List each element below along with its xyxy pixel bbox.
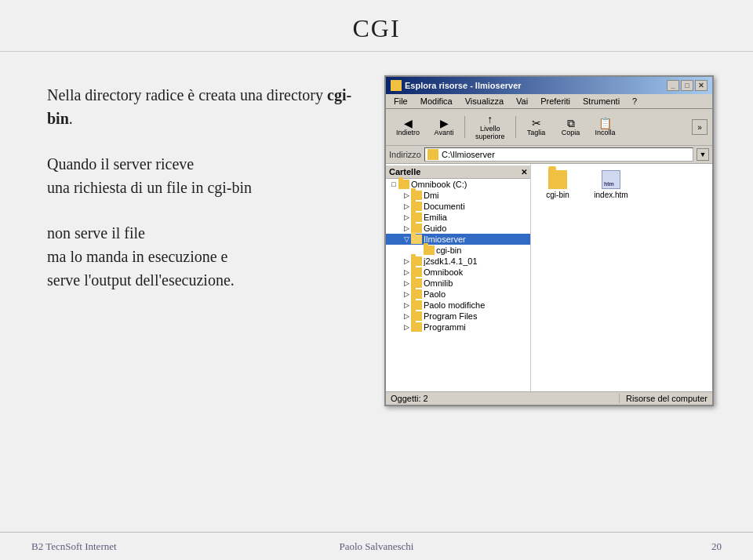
folder-file-icon (548, 170, 567, 189)
up-icon: ↑ (487, 114, 493, 125)
file-cgi-bin[interactable]: cgi-bin (534, 167, 581, 202)
expand-icon: ▷ (402, 301, 411, 309)
tree-item-documenti[interactable]: ▷ Documenti (386, 201, 530, 212)
tree-item-cgi-bin[interactable]: cgi-bin (386, 245, 530, 256)
folder-icon (398, 180, 409, 189)
window-titlebar: Esplora risorse - Ilmioserver _ □ ✕ (386, 77, 712, 94)
expand-icon: ▽ (402, 235, 411, 243)
tree-item-omnibook-drive[interactable]: □ Omnibook (C:) (386, 179, 530, 190)
expand-icon: ▷ (402, 191, 411, 199)
right-pane: cgi-bin index.htm (531, 164, 712, 391)
footer-right: 20 (492, 540, 722, 553)
toolbar-separator-2 (515, 116, 516, 138)
expand-icon: ▷ (402, 290, 411, 298)
expand-icon: □ (389, 180, 398, 188)
footer-left: B2 TecnSoft Internet (31, 540, 261, 553)
cut-button[interactable]: ✂ Taglia (521, 115, 552, 139)
footer-center: Paolo Salvaneschi (261, 540, 491, 553)
copy-button[interactable]: ⧉ Copia (555, 115, 587, 139)
screenshot-panel: Esplora risorse - Ilmioserver _ □ ✕ File… (384, 75, 714, 406)
titlebar-left: Esplora risorse - Ilmioserver (391, 80, 522, 91)
toolbar: ◀ Indietro ▶ Avanti ↑ Livello superiore … (386, 109, 712, 146)
files-container: cgi-bin index.htm (534, 167, 709, 202)
folder-open-icon (411, 235, 422, 244)
maximize-button[interactable]: □ (681, 80, 693, 91)
folder-icon (424, 245, 435, 255)
page-title: CGI (0, 14, 753, 43)
text-panel: Nella directory radice è creata una dire… (47, 75, 353, 314)
menu-preferiti[interactable]: Preferiti (537, 96, 573, 107)
expand-icon: ▷ (402, 257, 411, 265)
toolbar-more-button[interactable]: » (692, 119, 708, 135)
forward-button[interactable]: ▶ Avanti (428, 115, 460, 139)
expand-icon: ▷ (402, 268, 411, 276)
tree-item-paolo-modifiche[interactable]: ▷ Paolo modifiche (386, 300, 530, 311)
menu-visualizza[interactable]: Visualizza (462, 96, 507, 107)
tree-item-emilia[interactable]: ▷ Emilia (386, 212, 530, 223)
address-value: C:\Ilmioserver (442, 150, 495, 159)
paste-button[interactable]: 📋 Incolla (590, 115, 621, 139)
tree-item-ilmioserver[interactable]: ▽ Ilmioserver (386, 234, 530, 245)
toolbar-extra: » (692, 119, 708, 135)
expand-icon (414, 246, 424, 254)
menu-modifica[interactable]: Modifica (417, 96, 456, 107)
address-go-button[interactable]: ▼ (697, 148, 709, 161)
menu-vai[interactable]: Vai (513, 96, 531, 107)
address-input[interactable]: C:\Ilmioserver (424, 147, 693, 162)
tree-item-program-files[interactable]: ▷ Program Files (386, 311, 530, 322)
copy-icon: ⧉ (567, 118, 575, 129)
folder-address-icon (427, 149, 438, 160)
folder-icon (411, 322, 422, 332)
tree-item-paolo[interactable]: ▷ Paolo (386, 289, 530, 300)
menu-help[interactable]: ? (629, 96, 640, 107)
window-controls[interactable]: _ □ ✕ (667, 80, 708, 91)
tree-close-button[interactable]: ✕ (521, 168, 527, 176)
footer: B2 TecnSoft Internet Paolo Salvaneschi 2… (0, 532, 753, 560)
back-button[interactable]: ◀ Indietro (391, 115, 425, 139)
paragraph-1: Nella directory radice è creata una dire… (47, 83, 353, 130)
tree-item-j2sdk[interactable]: ▷ j2sdk1.4.1_01 (386, 256, 530, 267)
tree-header: Cartelle ✕ (386, 165, 530, 179)
title-area: CGI (0, 0, 753, 52)
expand-icon: ▷ (402, 312, 411, 320)
window-body: Cartelle ✕ □ Omnibook (C:) ▷ Dmi (386, 164, 712, 391)
tree-item-omnibook[interactable]: ▷ Omnibook (386, 267, 530, 278)
tree-item-omnilib[interactable]: ▷ Omnilib (386, 278, 530, 289)
up-button[interactable]: ↑ Livello superiore (470, 111, 511, 143)
address-bar: Indirizzo C:\Ilmioserver ▼ (386, 146, 712, 164)
paragraph-3: non serve il file ma lo manda in esecuzi… (47, 221, 353, 292)
menu-file[interactable]: File (391, 96, 411, 107)
expand-icon: ▷ (402, 213, 411, 221)
minimize-button[interactable]: _ (667, 80, 679, 91)
windows-explorer-window: Esplora risorse - Ilmioserver _ □ ✕ File… (384, 75, 714, 406)
tree-item-dmi[interactable]: ▷ Dmi (386, 190, 530, 201)
expand-icon: ▷ (402, 279, 411, 287)
status-objects: Oggetti: 2 (391, 394, 613, 403)
expand-icon: ▷ (402, 224, 411, 232)
paste-icon: 📋 (598, 118, 612, 129)
tree-item-guido[interactable]: ▷ Guido (386, 223, 530, 234)
close-button[interactable]: ✕ (695, 80, 708, 91)
expand-icon: ▷ (402, 202, 411, 210)
html-file-icon (602, 170, 620, 189)
status-computer: Risorse del computer (619, 394, 708, 403)
folder-tree: Cartelle ✕ □ Omnibook (C:) ▷ Dmi (386, 164, 531, 391)
file-index-htm[interactable]: index.htm (587, 167, 635, 202)
status-bar: Oggetti: 2 Risorse del computer (386, 391, 712, 405)
toolbar-separator-1 (464, 116, 465, 138)
forward-icon: ▶ (440, 118, 449, 129)
paragraph-2: Quando il server riceve una richiesta di… (47, 152, 353, 199)
menu-bar: File Modifica Visualizza Vai Preferiti S… (386, 94, 712, 109)
main-content: Nella directory radice è creata una dire… (0, 52, 753, 406)
back-icon: ◀ (404, 118, 413, 129)
address-label: Indirizzo (389, 150, 421, 159)
window-title: Esplora risorse - Ilmioserver (405, 81, 522, 90)
expand-icon: ▷ (402, 323, 411, 331)
scissors-icon: ✂ (532, 118, 541, 129)
window-icon (391, 80, 402, 91)
menu-strumenti[interactable]: Strumenti (580, 96, 623, 107)
tree-item-programmi[interactable]: ▷ Programmi (386, 322, 530, 333)
